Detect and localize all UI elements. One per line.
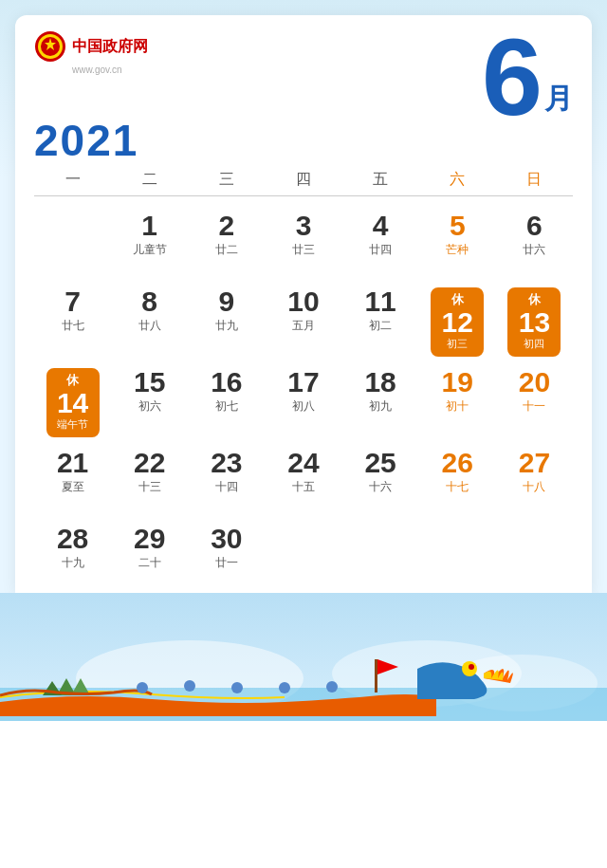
day-cell-28: 28 十九 [34, 517, 111, 593]
weekday-mon: 一 [34, 170, 111, 190]
day-sub-28: 十九 [62, 555, 84, 571]
day-num-10: 10 [287, 287, 319, 316]
day-sub-10: 五月 [292, 318, 315, 334]
day-sub-2: 廿二 [215, 242, 238, 258]
svg-rect-19 [375, 659, 377, 693]
day-sub-15: 初六 [138, 398, 161, 415]
day-cell-19: 19 初十 [419, 360, 496, 441]
day-sub-7: 廿七 [62, 318, 84, 334]
day-sub-8: 廿八 [138, 318, 161, 334]
day-cell-12: 休 12 初三 [419, 280, 496, 360]
day-cell-empty-r5-2 [342, 517, 419, 593]
day-num-30: 30 [211, 525, 242, 553]
day-num-27: 27 [519, 449, 550, 477]
logo-area: 中国政府网 www.gov.cn [34, 30, 148, 75]
month-char: 月 [544, 80, 573, 132]
day-cell-11: 11 初二 [342, 280, 419, 360]
day-sub-5: 芒种 [446, 242, 469, 258]
day-num-17: 17 [287, 368, 319, 397]
day-num-22: 22 [134, 449, 165, 477]
day-sub-27: 十八 [523, 479, 545, 495]
badge-sub-14: 端午节 [57, 417, 88, 432]
day-num-2: 2 [219, 212, 235, 240]
day-sub-21: 夏至 [62, 479, 84, 495]
day-sub-16: 初七 [215, 398, 238, 415]
day-cell-20: 20 十一 [496, 360, 573, 441]
weekday-sat: 六 [419, 170, 496, 190]
day-cell-30: 30 廿一 [188, 517, 265, 593]
day-cell-2: 2 廿二 [188, 204, 265, 280]
day-cell-22: 22 十三 [111, 441, 188, 517]
day-sub-23: 十四 [215, 479, 238, 495]
day-num-18: 18 [364, 368, 395, 397]
badge-sub-13: 初四 [524, 337, 544, 351]
day-num-15: 15 [134, 368, 165, 397]
day-sub-3: 廿三 [292, 242, 315, 258]
day-cell-17: 17 初八 [265, 360, 341, 441]
day-sub-6: 廿六 [523, 242, 545, 258]
day-num-3: 3 [296, 212, 312, 240]
day-num-6: 6 [526, 212, 543, 240]
svg-point-18 [326, 681, 338, 693]
day-cell-14: 休 14 端午节 [34, 360, 111, 441]
day-num-1: 1 [141, 212, 157, 240]
day-cell-9: 9 廿九 [188, 280, 265, 360]
day-num-9: 9 [219, 287, 235, 316]
day-cell-27: 27 十八 [496, 441, 573, 517]
svg-point-16 [231, 682, 243, 693]
day-sub-1: 儿童节 [133, 242, 167, 258]
day-cell-25: 25 十六 [342, 441, 419, 517]
day-sub-20: 十一 [523, 398, 545, 415]
weekday-header: 一 二 三 四 五 六 日 [34, 170, 573, 196]
day-sub-24: 十五 [292, 479, 315, 495]
day-num-5: 5 [450, 212, 466, 240]
day-sub-17: 初八 [292, 398, 315, 415]
logo-text: 中国政府网 [72, 37, 148, 57]
day-cell-1: 1 儿童节 [111, 204, 188, 280]
calendar-paper: 中国政府网 www.gov.cn 6 月 2021 一 二 三 四 五 六 日 [15, 15, 592, 593]
day-num-7: 7 [64, 287, 81, 316]
holiday-badge-13: 休 13 初四 [507, 287, 561, 357]
day-cell-23: 23 十四 [188, 441, 265, 517]
badge-sub-12: 初三 [447, 337, 468, 351]
badge-num-12: 12 [442, 308, 473, 337]
day-cell-empty1 [34, 204, 111, 280]
svg-point-13 [469, 664, 474, 670]
day-cell-5: 5 芒种 [419, 204, 496, 280]
day-num-23: 23 [211, 449, 242, 477]
emblem-icon [34, 30, 66, 63]
day-cell-6: 6 廿六 [496, 204, 573, 280]
day-num-20: 20 [519, 368, 550, 397]
outer-wrapper: 中国政府网 www.gov.cn 6 月 2021 一 二 三 四 五 六 日 [0, 0, 607, 593]
weekday-wed: 三 [188, 170, 265, 190]
badge-num-13: 13 [519, 308, 550, 337]
svg-point-14 [137, 682, 148, 693]
day-num-8: 8 [141, 287, 157, 316]
day-num-21: 21 [57, 449, 88, 477]
day-cell-4: 4 廿四 [342, 204, 419, 280]
weekday-thu: 四 [265, 170, 341, 190]
weekday-tue: 二 [111, 170, 188, 190]
day-sub-18: 初九 [369, 398, 392, 415]
day-cell-10: 10 五月 [265, 280, 341, 360]
month-number: 6 [482, 23, 543, 132]
day-sub-11: 初二 [369, 318, 392, 334]
dragon-boat-scene [0, 593, 607, 721]
day-num-28: 28 [57, 525, 88, 553]
weekday-sun: 日 [496, 170, 573, 190]
day-sub-25: 十六 [369, 479, 392, 495]
day-num-16: 16 [211, 368, 242, 397]
day-cell-18: 18 初九 [342, 360, 419, 441]
day-num-26: 26 [442, 449, 473, 477]
holiday-badge-14: 休 14 端午节 [46, 368, 100, 437]
day-cell-16: 16 初七 [188, 360, 265, 441]
month-display: 6 月 [482, 23, 573, 132]
day-cell-7: 7 廿七 [34, 280, 111, 360]
day-cell-13: 休 13 初四 [496, 280, 573, 360]
day-cell-15: 15 初六 [111, 360, 188, 441]
logo-url: www.gov.cn [72, 65, 148, 75]
day-num-19: 19 [442, 368, 473, 397]
day-sub-9: 廿九 [215, 318, 238, 334]
day-cell-3: 3 廿三 [265, 204, 341, 280]
svg-point-15 [184, 680, 195, 692]
